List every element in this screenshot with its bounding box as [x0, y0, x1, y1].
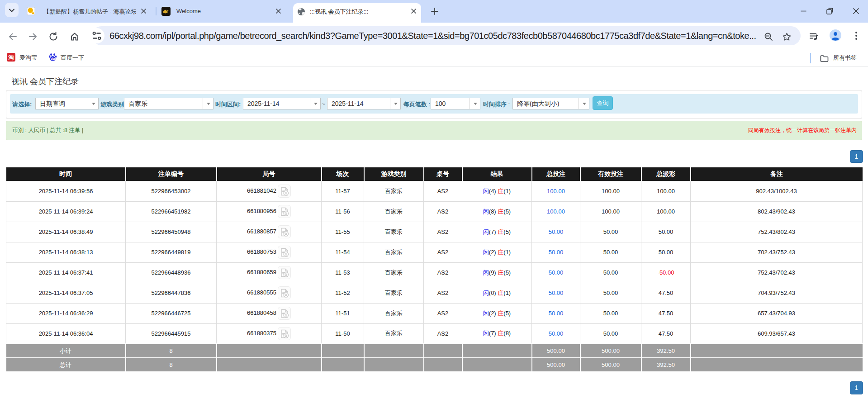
svg-text:淘: 淘 — [8, 54, 14, 61]
svg-text:du: du — [51, 57, 55, 61]
